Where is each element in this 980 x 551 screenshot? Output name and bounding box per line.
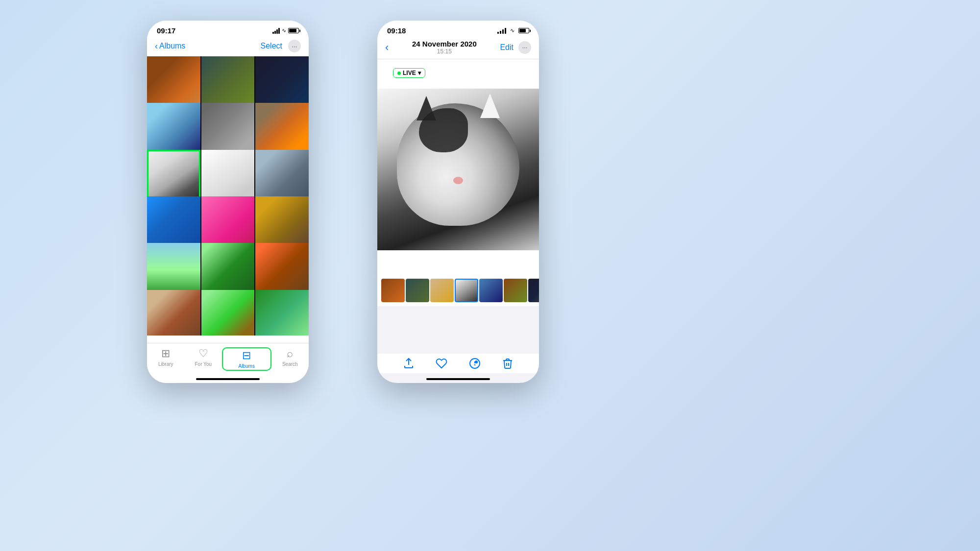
photo-image — [147, 196, 200, 250]
strip-thumb[interactable] — [430, 279, 454, 302]
photo-cell[interactable] — [255, 150, 309, 203]
edit-button[interactable]: Edit — [500, 43, 514, 52]
photo-image — [201, 243, 255, 296]
share-button[interactable] — [403, 358, 415, 369]
back-chevron-icon: ‹ — [155, 42, 158, 50]
nav-bar-right: ‹ 24 November 2020 15:15 Edit ··· — [377, 38, 539, 59]
photo-cell[interactable] — [147, 56, 200, 110]
photo-cell[interactable] — [201, 243, 255, 296]
tab-for-you-label: For You — [195, 361, 212, 367]
nav-actions: Select ··· — [261, 40, 301, 52]
photo-cell[interactable] — [201, 56, 255, 110]
back-label: Albums — [159, 42, 185, 50]
battery-icon-right — [518, 28, 529, 33]
back-button[interactable]: ‹ Albums — [155, 42, 185, 50]
photo-cell[interactable] — [147, 243, 200, 296]
select-button[interactable]: Select — [261, 42, 282, 50]
home-indicator-right — [426, 378, 490, 380]
wifi-icon-right: ∿ — [510, 27, 514, 34]
photo-cell[interactable] — [201, 290, 255, 335]
photo-image — [147, 103, 200, 156]
photo-cell[interactable] — [201, 150, 255, 203]
status-icons-right: ∿ — [497, 27, 529, 34]
home-indicator — [196, 378, 260, 380]
photo-image-cat — [147, 150, 200, 203]
photo-cell[interactable] — [255, 56, 309, 110]
photo-cell[interactable] — [147, 196, 200, 250]
live-badge-container: LIVE ▾ — [377, 59, 539, 86]
photo-image — [147, 56, 200, 110]
more-button-right[interactable]: ··· — [518, 41, 531, 54]
photo-image — [201, 103, 255, 156]
photo-image — [255, 290, 309, 335]
photo-image — [147, 290, 200, 335]
favorite-button[interactable] — [436, 358, 447, 369]
photo-image — [255, 243, 309, 296]
photo-cell[interactable] — [255, 243, 309, 296]
delete-button[interactable] — [502, 358, 514, 369]
photo-image — [255, 103, 309, 156]
strip-thumb[interactable] — [479, 279, 503, 302]
strip-thumb[interactable] — [528, 279, 539, 302]
photo-cell-selected[interactable] — [147, 150, 200, 203]
library-icon: ⊞ — [161, 347, 170, 360]
bottom-actions: + — [377, 354, 539, 373]
status-icons-left: ∿ — [272, 27, 299, 34]
wifi-icon-left: ∿ — [282, 27, 286, 34]
photo-date: 24 November 2020 — [412, 40, 477, 48]
time-left: 09:17 — [157, 26, 175, 35]
tab-albums[interactable]: ⊟ Albums — [222, 347, 271, 371]
photo-cell[interactable] — [255, 290, 309, 335]
share-icon — [403, 358, 415, 369]
tab-albums-label: Albums — [239, 363, 255, 369]
search-icon: ⌕ — [287, 347, 293, 360]
strip-thumb[interactable] — [406, 279, 429, 302]
main-photo[interactable] — [377, 89, 539, 250]
photo-image — [147, 243, 200, 296]
heart-icon — [436, 358, 447, 369]
cat-nose — [453, 177, 463, 184]
tab-for-you[interactable]: ♡ For You — [185, 347, 222, 367]
photo-cell[interactable] — [147, 103, 200, 156]
photo-top-padding: LIVE ▾ — [377, 59, 539, 89]
nav-center-right: 24 November 2020 15:15 — [412, 40, 477, 55]
strip-thumb-selected[interactable] — [455, 279, 478, 302]
tab-library[interactable]: ⊞ Library — [147, 347, 185, 367]
live-dot-icon — [397, 72, 401, 75]
status-bar-left: 09:17 ∿ — [147, 21, 309, 38]
tab-search[interactable]: ⌕ Search — [271, 347, 309, 367]
live-chevron-icon: ▾ — [418, 70, 421, 76]
more-button[interactable]: ··· — [288, 40, 301, 52]
photo-cell[interactable] — [255, 103, 309, 156]
trash-icon — [502, 358, 514, 369]
photo-image — [255, 196, 309, 250]
cat-black-patch — [419, 108, 468, 152]
photo-image — [201, 196, 255, 250]
nav-bar-left: ‹ Albums Select ··· — [147, 38, 309, 56]
signal-icon-right — [497, 28, 506, 34]
photo-cell[interactable] — [147, 290, 200, 335]
tab-search-label: Search — [282, 361, 298, 367]
svg-text:+: + — [476, 360, 477, 363]
photo-grid — [147, 56, 309, 335]
photo-time: 15:15 — [412, 48, 477, 55]
more-dots-icon: ··· — [292, 43, 297, 50]
photo-image — [201, 56, 255, 110]
time-right: 09:18 — [387, 26, 406, 35]
strip-thumb[interactable] — [381, 279, 405, 302]
photo-image — [201, 150, 255, 203]
photo-cell[interactable] — [201, 103, 255, 156]
photo-cell[interactable] — [201, 196, 255, 250]
left-phone: 09:17 ∿ ‹ Albums Select ··· — [147, 21, 309, 383]
photo-image — [201, 290, 255, 335]
live-label: LIVE — [403, 70, 416, 76]
photo-cell[interactable] — [255, 196, 309, 250]
signal-icon-left — [272, 28, 280, 34]
status-bar-right: 09:18 ∿ — [377, 21, 539, 38]
strip-thumb[interactable] — [504, 279, 527, 302]
photo-strip — [377, 275, 539, 306]
battery-icon-left — [288, 28, 299, 33]
live-badge[interactable]: LIVE ▾ — [393, 68, 425, 78]
info-button[interactable]: + — [469, 358, 481, 369]
back-button-right[interactable]: ‹ — [385, 41, 389, 54]
